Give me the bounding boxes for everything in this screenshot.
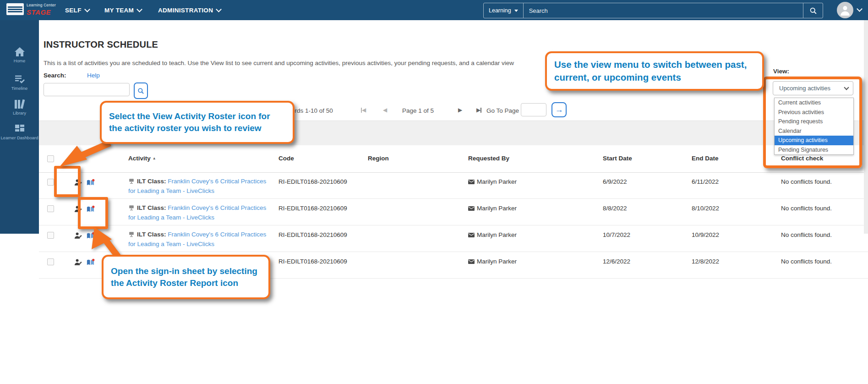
requested-by-cell: Marilyn Parker [468, 205, 517, 212]
search-icon [809, 7, 817, 15]
brand-logo[interactable]: Learning Center STAGE [6, 3, 56, 16]
envelope-icon [468, 180, 475, 184]
table-row: ILT Class: Franklin Covey's 6 Critical P… [39, 172, 868, 199]
callout-view-menu: Use the view menu to switch between past… [545, 51, 764, 91]
go-to-page-button[interactable]: → [551, 102, 567, 117]
sidebar-item-timeline[interactable]: Timeline [0, 74, 39, 91]
instructor-schedule-screen: Learning Center STAGE SELF MY TEAM ADMIN… [0, 0, 868, 384]
table-header-row: Activity▲ Code Region Requested By Start… [39, 145, 868, 173]
first-page-button[interactable]: ◀ [361, 107, 366, 113]
conflict-check-cell: No conflicts found. [781, 178, 832, 185]
requested-by-cell: Marilyn Parker [468, 178, 517, 185]
requested-by-name: Marilyn Parker [477, 231, 517, 238]
chevron-down-icon [216, 6, 222, 12]
column-header-activity[interactable]: Activity▲ [128, 155, 156, 162]
envelope-icon [468, 233, 475, 237]
activity-search-input[interactable] [44, 83, 130, 96]
column-header-code[interactable]: Code [278, 155, 294, 162]
activity-search-button[interactable] [134, 82, 148, 99]
go-to-page-input[interactable] [521, 103, 546, 116]
callout-roster-icon: Select the View Activity Roster icon for… [100, 101, 295, 144]
timeline-icon [14, 74, 25, 84]
column-header-requested-by[interactable]: Requested By [468, 155, 509, 162]
activity-type-label: ILT Class: [137, 231, 166, 238]
sidebar-item-learner-dashboard[interactable]: Learner Dashboard [0, 124, 39, 141]
table-row: ILT Class: Franklin Covey's 6 Critical P… [39, 199, 868, 225]
dropdown-arrow-icon [514, 10, 518, 12]
last-page-button[interactable]: ▶ [476, 107, 481, 113]
search-scope-dropdown[interactable]: Learning [484, 3, 524, 18]
conflict-check-cell: No conflicts found. [781, 258, 832, 265]
start-date-cell: 10/7/2022 [603, 231, 630, 238]
sort-asc-icon: ▲ [153, 156, 156, 160]
search-icon [137, 88, 144, 94]
global-search-bar: Learning [483, 3, 823, 18]
requested-by-name: Marilyn Parker [477, 205, 517, 212]
end-date-cell: 6/11/2022 [692, 178, 719, 185]
start-date-cell: 6/9/2022 [603, 178, 627, 185]
column-header-region[interactable]: Region [368, 155, 389, 162]
chevron-down-icon [84, 6, 90, 12]
dashboard-grid-icon [14, 124, 25, 134]
callout-report-icon: Open the sign-in sheet by selecting the … [102, 255, 270, 299]
library-icon [14, 99, 26, 109]
user-avatar[interactable] [837, 2, 853, 18]
conflict-check-cell: No conflicts found. [781, 205, 832, 212]
top-navbar: Learning Center STAGE SELF MY TEAM ADMIN… [0, 0, 868, 20]
sidebar-item-home[interactable]: Home [0, 47, 39, 64]
select-all-checkbox[interactable] [47, 155, 54, 162]
requested-by-cell: Marilyn Parker [468, 258, 517, 265]
page-description: This is a list of activities you are sch… [44, 60, 557, 66]
chevron-down-icon [136, 6, 142, 12]
nav-menu-administration[interactable]: ADMINISTRATION [158, 0, 221, 20]
logo-product-label: Learning Center [27, 3, 56, 7]
next-page-button[interactable]: ▶ [458, 107, 462, 113]
table-row: ILT Class: Franklin Covey's 6 Critical P… [39, 225, 868, 252]
activity-cell: ILT Class: Franklin Covey's 6 Critical P… [128, 203, 271, 223]
requested-by-cell: Marilyn Parker [468, 231, 517, 238]
previous-page-button[interactable]: ◀ [383, 107, 387, 113]
university-logo-icon [6, 3, 24, 15]
nav-menu-my-team[interactable]: MY TEAM [104, 0, 142, 20]
left-sidebar: Home Timeline Library Learner Dashboard [0, 20, 39, 234]
sidebar-item-library[interactable]: Library [0, 99, 39, 116]
arrow-right-icon: → [555, 105, 563, 115]
vertical-scrollbar[interactable] [864, 20, 868, 234]
view-label: View: [773, 68, 789, 75]
column-header-start-date[interactable]: Start Date [603, 155, 632, 162]
code-cell: RI-EDILT0168-20210609 [278, 258, 347, 265]
activity-cell: ILT Class: Franklin Covey's 6 Critical P… [128, 177, 271, 196]
global-search-input[interactable] [524, 3, 803, 18]
logo-environment-label: STAGE [27, 9, 56, 16]
page-indicator: Page 1 of 5 [402, 107, 434, 114]
end-date-cell: 12/8/2022 [692, 258, 719, 265]
virtual-class-icon [128, 205, 135, 211]
column-header-end-date[interactable]: End Date [692, 155, 719, 162]
row-checkbox[interactable] [47, 258, 54, 265]
code-cell: RI-EDILT0168-20210609 [278, 205, 347, 212]
code-cell: RI-EDILT0168-20210609 [278, 178, 347, 185]
activity-type-label: ILT Class: [137, 204, 166, 211]
row-checkbox[interactable] [47, 179, 54, 186]
person-icon [839, 4, 851, 16]
end-date-cell: 10/9/2022 [692, 231, 719, 238]
virtual-class-icon [128, 178, 135, 184]
account-chevron-down-icon[interactable] [857, 6, 863, 12]
activity-cell: ILT Class: Franklin Covey's 6 Critical P… [128, 230, 271, 249]
end-date-cell: 8/10/2022 [692, 205, 719, 212]
page-title: INSTRUCTOR SCHEDULE [44, 39, 158, 50]
nav-menu-self[interactable]: SELF [65, 0, 89, 20]
requested-by-name: Marilyn Parker [477, 258, 517, 265]
requested-by-name: Marilyn Parker [477, 178, 517, 185]
global-search-button[interactable] [803, 3, 823, 18]
conflict-check-cell: No conflicts found. [781, 231, 832, 238]
help-link[interactable]: Help [87, 72, 100, 79]
code-cell: RI-EDILT0168-20210609 [278, 231, 347, 238]
envelope-icon [468, 206, 475, 211]
row-checkbox[interactable] [47, 232, 54, 239]
start-date-cell: 12/6/2022 [603, 258, 630, 265]
activity-roster-report-icon[interactable] [86, 178, 95, 188]
row-checkbox[interactable] [47, 205, 54, 212]
view-menu-highlight-box [763, 77, 862, 168]
activity-type-label: ILT Class: [137, 178, 166, 185]
